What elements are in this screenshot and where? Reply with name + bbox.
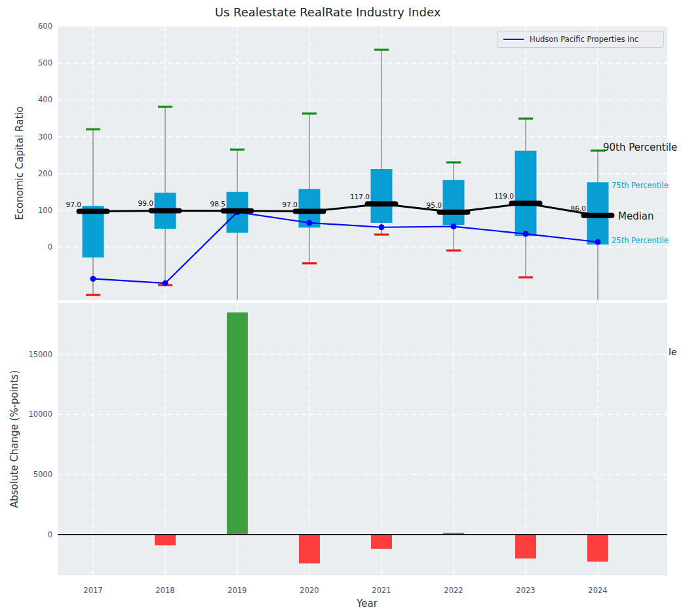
hudson-marker-2021 bbox=[379, 224, 385, 230]
bar-2020 bbox=[299, 535, 320, 564]
median-value-label: 98.5 bbox=[210, 200, 225, 208]
annotation-90th-percentile: 90th Percentile bbox=[603, 142, 677, 153]
legend: Hudson Pacific Properties Inc bbox=[497, 31, 664, 48]
median-value-label: 119.0 bbox=[494, 192, 514, 200]
median-value-label: 95.0 bbox=[427, 201, 442, 209]
top-y-tick-label: 600 bbox=[38, 22, 52, 31]
iqr-box-2023 bbox=[515, 151, 537, 236]
top-y-tick-label: 300 bbox=[38, 132, 52, 142]
median-capsule-2017 bbox=[77, 209, 110, 214]
x-tick-label: 2018 bbox=[155, 586, 174, 595]
x-tick-label: 2023 bbox=[516, 586, 535, 595]
median-value-label: 97.0 bbox=[66, 201, 81, 208]
bar-2019 bbox=[227, 313, 248, 535]
top-y-tick-label: 500 bbox=[38, 58, 52, 67]
bar-2018 bbox=[155, 535, 176, 545]
hudson-marker-2023 bbox=[523, 231, 529, 237]
bottom-y-tick-label: 10000 bbox=[28, 410, 52, 419]
figure: 97.099.098.597.0117.095.0119.086.090th P… bbox=[0, 0, 683, 616]
median-value-label: 97.0 bbox=[283, 201, 298, 208]
bar-2021 bbox=[371, 535, 392, 549]
top-y-tick-label: 400 bbox=[38, 95, 52, 104]
x-tick-label: 2019 bbox=[227, 586, 246, 595]
x-tick-label: 2022 bbox=[444, 586, 463, 595]
annotation-25th-percentile: 25th Percentile bbox=[612, 236, 669, 245]
hudson-marker-2022 bbox=[451, 223, 457, 229]
iqr-box-2021 bbox=[371, 169, 393, 223]
median-value-label: 117.0 bbox=[350, 193, 370, 201]
median-capsule-2021 bbox=[365, 201, 399, 206]
x-axis-label: Year bbox=[357, 598, 378, 609]
chart-title: Us Realestate RealRate Industry Index bbox=[215, 5, 441, 19]
hudson-marker-2024 bbox=[595, 239, 601, 245]
y-axis-label-bottom: Absolute Change (%-points) bbox=[9, 370, 20, 508]
bar-2024 bbox=[587, 535, 608, 562]
hudson-marker-2017 bbox=[90, 276, 96, 282]
x-tick-label: 2024 bbox=[588, 586, 607, 595]
bottom-y-tick-label: 5000 bbox=[33, 470, 52, 479]
top-y-tick-label: 200 bbox=[38, 169, 52, 178]
bar-2023 bbox=[515, 535, 536, 559]
top-y-tick-label: 0 bbox=[48, 242, 52, 252]
median-capsule-2022 bbox=[437, 210, 471, 215]
clipped-annotation: le bbox=[669, 347, 677, 357]
bottom-y-tick-label: 15000 bbox=[28, 350, 52, 359]
x-tick-label: 2020 bbox=[300, 586, 319, 595]
chart-canvas: 97.099.098.597.0117.095.0119.086.090th P… bbox=[0, 0, 683, 616]
median-capsule-2019 bbox=[221, 208, 254, 214]
x-tick-label: 2017 bbox=[83, 586, 102, 595]
median-value-label: 99.0 bbox=[138, 199, 153, 207]
median-capsule-2024 bbox=[581, 213, 615, 218]
legend-label: Hudson Pacific Properties Inc bbox=[530, 35, 638, 44]
top-plot-background bbox=[58, 26, 667, 300]
hudson-marker-2020 bbox=[307, 220, 313, 226]
top-y-tick-label: 100 bbox=[38, 206, 52, 215]
y-axis-label-top: Economic Capital Ratio bbox=[14, 106, 26, 220]
x-tick-label: 2021 bbox=[372, 586, 391, 595]
annotation-75th-percentile: 75th Percentile bbox=[612, 181, 669, 190]
annotation-median: Median bbox=[618, 210, 654, 222]
median-capsule-2018 bbox=[149, 208, 182, 213]
median-capsule-2020 bbox=[293, 209, 326, 214]
legend-line-swatch bbox=[503, 39, 524, 40]
iqr-box-2022 bbox=[443, 180, 465, 225]
bottom-y-tick-label: 0 bbox=[48, 530, 52, 539]
median-capsule-2023 bbox=[509, 201, 543, 206]
hudson-marker-2018 bbox=[163, 280, 168, 286]
median-value-label: 86.0 bbox=[571, 204, 586, 212]
